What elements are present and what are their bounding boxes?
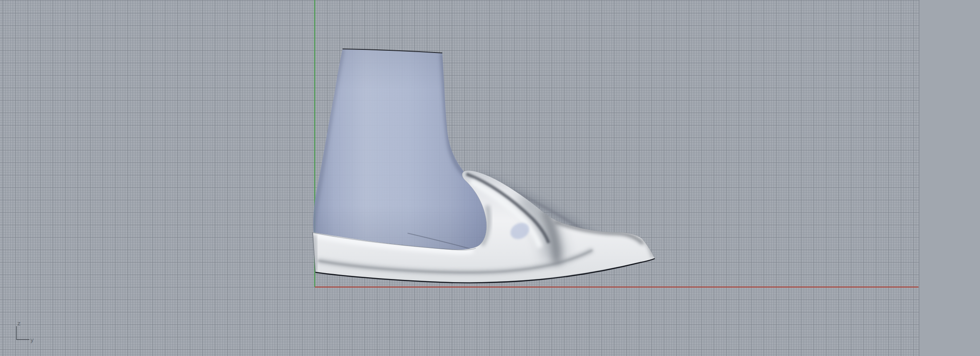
axis-gizmo: z y	[16, 320, 34, 343]
scene-svg: z y	[0, 0, 980, 356]
axis-gizmo-lines	[16, 326, 29, 340]
foot-last-model[interactable]	[313, 49, 487, 253]
axis-gizmo-y-label: y	[30, 336, 34, 343]
axis-gizmo-z-label: z	[17, 320, 20, 327]
viewport-canvas[interactable]: z y	[0, 0, 980, 356]
